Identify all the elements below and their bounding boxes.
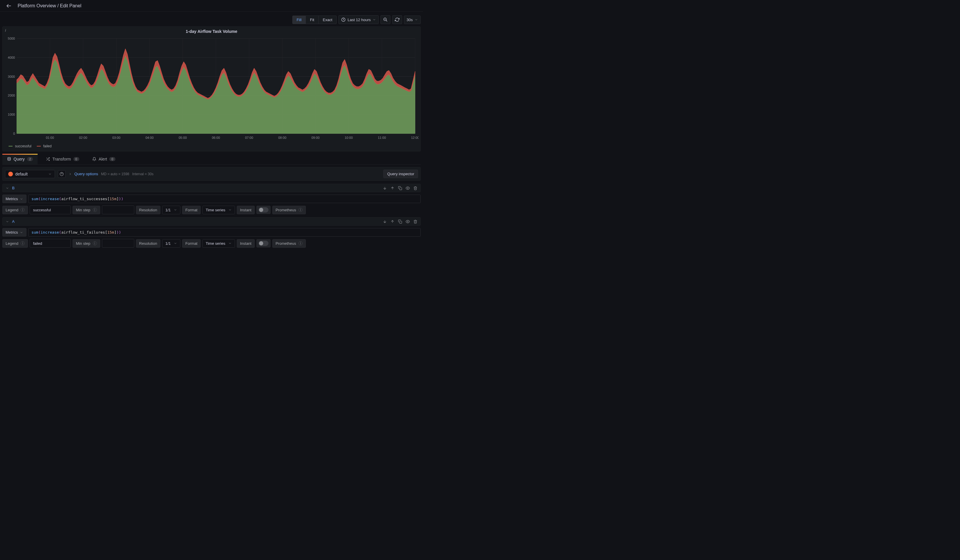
move-down-button[interactable] <box>383 220 387 223</box>
datasource-row: default Query options MD = auto = 1598 I… <box>2 167 421 181</box>
instant-toggle[interactable] <box>259 241 269 246</box>
format-select[interactable]: Time series <box>202 206 235 214</box>
prometheus-link[interactable]: Prometheus i <box>272 206 306 214</box>
svg-text:4000: 4000 <box>8 56 15 59</box>
help-icon[interactable]: i <box>21 208 25 212</box>
chevron-down-icon <box>6 187 9 190</box>
metrics-browser-button[interactable]: Metrics <box>2 228 26 236</box>
refresh-button[interactable] <box>392 15 402 24</box>
svg-rect-49 <box>400 188 402 190</box>
format-label: Format <box>182 206 201 214</box>
bell-icon <box>92 157 96 161</box>
help-icon: i <box>298 208 302 212</box>
svg-text:3000: 3000 <box>8 75 15 78</box>
svg-line-3 <box>386 20 387 21</box>
svg-text:08:00: 08:00 <box>278 136 286 139</box>
metrics-browser-button[interactable]: Metrics <box>2 195 26 203</box>
resolution-label: Resolution <box>136 206 160 214</box>
transform-icon <box>46 157 50 161</box>
delete-query-button[interactable] <box>413 220 418 223</box>
svg-text:2000: 2000 <box>8 94 15 97</box>
legend-input[interactable] <box>30 206 71 214</box>
refresh-interval-picker[interactable]: 30s <box>404 16 421 24</box>
delete-query-button[interactable] <box>413 186 418 190</box>
format-select[interactable]: Time series <box>202 239 235 248</box>
zoom-out-button[interactable] <box>381 15 390 24</box>
move-down-button[interactable] <box>383 186 387 190</box>
legend-input[interactable] <box>30 239 71 248</box>
zoom-out-icon <box>383 17 388 22</box>
svg-text:01:00: 01:00 <box>46 136 54 139</box>
min-step-label: Min step i <box>72 239 100 248</box>
resolution-label: Resolution <box>136 239 160 248</box>
tab-alert[interactable]: Alert 0 <box>88 154 120 164</box>
back-button[interactable] <box>5 2 13 10</box>
arrow-up-icon <box>390 220 395 223</box>
query-actions <box>383 220 418 223</box>
datasource-picker[interactable]: default <box>5 170 55 178</box>
instant-toggle-wrap <box>256 206 270 214</box>
query-inspector-button[interactable]: Query inspector <box>383 170 418 178</box>
database-icon <box>7 157 11 161</box>
min-step-input[interactable] <box>102 206 134 214</box>
tab-label: Alert <box>99 157 107 161</box>
tab-transform[interactable]: Transform 0 <box>41 154 84 164</box>
info-icon[interactable]: i <box>5 29 6 33</box>
panel: i 1-day Airflow Task Volume 010002000300… <box>2 26 421 152</box>
svg-text:06:00: 06:00 <box>212 136 220 139</box>
chart-area[interactable]: 01000200030004000500001:0002:0003:0004:0… <box>3 34 420 142</box>
legend-item-failed[interactable]: failed <box>37 144 52 148</box>
query-ref-id: B <box>12 186 15 190</box>
chevron-down-icon <box>414 18 418 21</box>
tab-query[interactable]: Query 2 <box>2 154 38 164</box>
arrow-left-icon <box>6 3 12 9</box>
resolution-select[interactable]: 1/1 <box>162 239 180 248</box>
move-up-button[interactable] <box>390 186 395 190</box>
svg-point-50 <box>407 188 408 189</box>
time-range-picker[interactable]: Last 12 hours <box>338 15 379 24</box>
move-up-button[interactable] <box>390 220 395 223</box>
tab-count: 0 <box>109 157 115 161</box>
copy-icon <box>398 186 402 190</box>
view-mode-fit[interactable]: Fit <box>306 16 318 24</box>
legend-swatch <box>37 146 41 147</box>
tab-count: 0 <box>74 157 79 161</box>
legend-item-successful[interactable]: successful <box>8 144 32 148</box>
query-header[interactable]: B <box>2 184 421 192</box>
top-header: Platform Overview / Edit Panel <box>0 0 423 12</box>
query-ref-id: A <box>12 219 15 223</box>
query-expression-input[interactable]: sum(increase(airflow_ti_failures[15m])) <box>28 228 421 236</box>
resolution-select[interactable]: 1/1 <box>162 206 180 214</box>
svg-point-41 <box>8 157 10 158</box>
duplicate-query-button[interactable] <box>398 220 402 223</box>
view-mode-exact[interactable]: Exact <box>318 16 337 24</box>
refresh-icon <box>395 17 400 22</box>
time-range-label: Last 12 hours <box>347 18 371 22</box>
svg-text:02:00: 02:00 <box>79 136 87 139</box>
legend-label: failed <box>43 144 52 148</box>
tab-count: 2 <box>27 157 33 161</box>
query-options-toggle[interactable]: Query options <box>69 172 98 176</box>
help-icon[interactable]: i <box>21 241 25 246</box>
help-icon[interactable]: i <box>93 208 97 212</box>
instant-toggle[interactable] <box>259 207 269 212</box>
svg-text:1000: 1000 <box>8 113 15 116</box>
toggle-visibility-button[interactable] <box>406 186 410 190</box>
legend-label: Legend i <box>2 206 28 214</box>
svg-point-54 <box>407 221 408 222</box>
trash-icon <box>413 220 418 223</box>
help-icon[interactable]: i <box>93 241 97 246</box>
breadcrumb: Platform Overview / Edit Panel <box>18 3 82 8</box>
instant-label: Instant <box>237 206 255 214</box>
min-step-input[interactable] <box>102 239 134 248</box>
legend-label: successful <box>15 144 32 148</box>
datasource-help-button[interactable] <box>58 170 66 178</box>
toggle-visibility-button[interactable] <box>406 220 410 223</box>
prometheus-link[interactable]: Prometheus i <box>272 239 306 248</box>
query-expression-input[interactable]: sum(increase(airflow_ti_successes[15m])) <box>28 195 421 203</box>
query-header[interactable]: A <box>2 217 421 226</box>
duplicate-query-button[interactable] <box>398 186 402 190</box>
view-mode-fill[interactable]: Fill <box>293 16 306 24</box>
clock-icon <box>341 17 346 22</box>
svg-line-44 <box>47 158 48 158</box>
